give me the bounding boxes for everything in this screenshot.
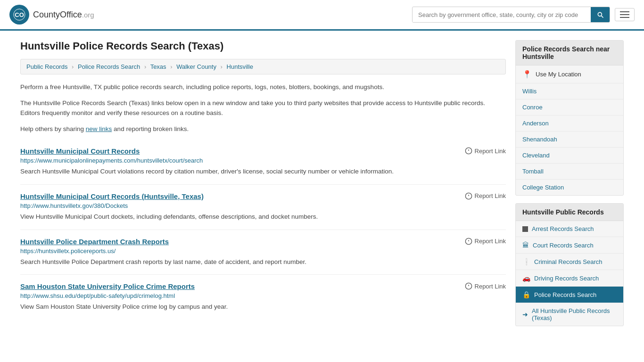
page-title: Huntsville Police Records Search (Texas)	[20, 40, 506, 52]
result-url-0: https://www.municipalonlinepayments.com/…	[20, 157, 506, 164]
location-pin-icon: 📍	[522, 70, 532, 79]
breadcrumb-public-records[interactable]: Public Records	[26, 63, 67, 70]
driving-records-icon: 🚗	[522, 274, 530, 282]
result-title-0[interactable]: Huntsville Municipal Court Records	[20, 147, 140, 155]
description-para1: Perform a free Huntsville, TX public pol…	[20, 82, 506, 92]
breadcrumb-police-records-search[interactable]: Police Records Search	[78, 63, 140, 70]
menu-line-3	[620, 17, 629, 18]
menu-line-1	[620, 11, 629, 12]
sidebar-link-conroe[interactable]: Conroe	[516, 99, 623, 115]
result-item-1: Huntsville Municipal Court Records (Hunt…	[20, 185, 506, 230]
sidebar-link-anderson[interactable]: Anderson	[516, 115, 623, 132]
main-layout: Huntsville Police Records Search (Texas)…	[11, 31, 633, 343]
new-links-link[interactable]: new links	[86, 125, 112, 132]
sidebar-link-tomball[interactable]: Tomball	[516, 164, 623, 180]
result-url-1: http://www.huntsvilletx.gov/380/Dockets	[20, 202, 506, 209]
breadcrumb-walker-county[interactable]: Walker County	[176, 63, 216, 70]
sidebar-link-college-station[interactable]: College Station	[516, 180, 623, 195]
search-input[interactable]	[413, 8, 591, 22]
report-link-1[interactable]: Report Link	[465, 192, 506, 200]
content-area: Huntsville Police Records Search (Texas)…	[20, 40, 506, 334]
logo-area: CO CountyOffice.org	[9, 5, 94, 25]
sidebar-link-shenandoah[interactable]: Shenandoah	[516, 132, 623, 148]
result-desc-3: View Sam Houston State University Police…	[20, 302, 506, 312]
report-link-3[interactable]: Report Link	[465, 282, 506, 290]
description-para2: The Huntsville Police Records Search (Te…	[20, 98, 506, 118]
result-url-2: https://huntsvilletx.policereports.us/	[20, 247, 506, 255]
sidebar-link-willis[interactable]: Willis	[516, 83, 623, 99]
header-right	[412, 7, 635, 23]
search-bar	[412, 7, 610, 23]
sidebar-link-police-records[interactable]: 🔒 Police Records Search	[516, 287, 623, 303]
sidebar-use-location[interactable]: 📍 Use My Location	[516, 66, 623, 83]
result-desc-1: View Huntsville Municipal Court dockets,…	[20, 212, 506, 222]
sidebar-public-records-section: Huntsville Public Records Arrest Records…	[515, 203, 624, 326]
sidebar-link-driving-records[interactable]: 🚗 Driving Records Search	[516, 270, 623, 287]
result-desc-2: Search Huntsville Police Department cras…	[20, 257, 506, 267]
sidebar-link-court-records[interactable]: 🏛 Court Records Search	[516, 237, 623, 254]
result-url-3: http://www.shsu.edu/dept/public-safety/u…	[20, 292, 506, 299]
result-title-3[interactable]: Sam Houston State University Police Crim…	[20, 282, 195, 290]
court-records-icon: 🏛	[522, 241, 529, 249]
breadcrumb-huntsville[interactable]: Huntsville	[227, 63, 253, 70]
breadcrumb: Public Records › Police Records Search ›…	[20, 59, 506, 74]
police-records-icon: 🔒	[522, 291, 530, 298]
result-item-3: Sam Houston State University Police Crim…	[20, 275, 506, 320]
result-item-0: Huntsville Municipal Court Records Repor…	[20, 140, 506, 185]
all-records-icon: ➜	[522, 311, 528, 318]
report-icon-2	[465, 238, 472, 245]
menu-line-2	[620, 14, 629, 15]
sidebar-link-cleveland[interactable]: Cleveland	[516, 148, 623, 164]
criminal-records-icon: ❕	[522, 258, 530, 265]
description-para3: Help others by sharing new links and rep…	[20, 124, 506, 134]
result-title-1[interactable]: Huntsville Municipal Court Records (Hunt…	[20, 192, 204, 200]
sidebar-link-criminal-records[interactable]: ❕ Criminal Records Search	[516, 254, 623, 270]
sidebar-nearby-section: Police Records Search near Huntsville 📍 …	[515, 40, 624, 196]
report-icon-0	[465, 147, 472, 155]
menu-button[interactable]	[615, 8, 635, 21]
result-title-2[interactable]: Huntsville Police Department Crash Repor…	[20, 238, 169, 246]
report-icon-3	[465, 282, 472, 290]
search-button[interactable]	[591, 7, 610, 22]
report-link-0[interactable]: Report Link	[465, 147, 506, 155]
report-icon-1	[465, 192, 472, 200]
arrest-records-icon	[522, 226, 528, 232]
sidebar: Police Records Search near Huntsville 📍 …	[515, 40, 624, 334]
report-link-2[interactable]: Report Link	[465, 238, 506, 245]
search-icon	[596, 11, 604, 18]
logo-icon: CO	[9, 5, 29, 25]
logo-text: CountyOffice.org	[33, 10, 94, 20]
result-item-2: Huntsville Police Department Crash Repor…	[20, 230, 506, 275]
breadcrumb-texas[interactable]: Texas	[150, 63, 166, 70]
svg-text:CO: CO	[15, 11, 24, 18]
sidebar-link-arrest-records[interactable]: Arrest Records Search	[516, 221, 623, 237]
header: CO CountyOffice.org	[0, 0, 644, 31]
results-list: Huntsville Municipal Court Records Repor…	[20, 140, 506, 319]
sidebar-link-all-public-records[interactable]: ➜ All Huntsville Public Records (Texas)	[516, 303, 623, 326]
sidebar-public-records-title: Huntsville Public Records	[516, 204, 623, 221]
result-desc-0: Search Huntsville Municipal Court violat…	[20, 166, 506, 177]
sidebar-nearby-title: Police Records Search near Huntsville	[516, 41, 623, 66]
